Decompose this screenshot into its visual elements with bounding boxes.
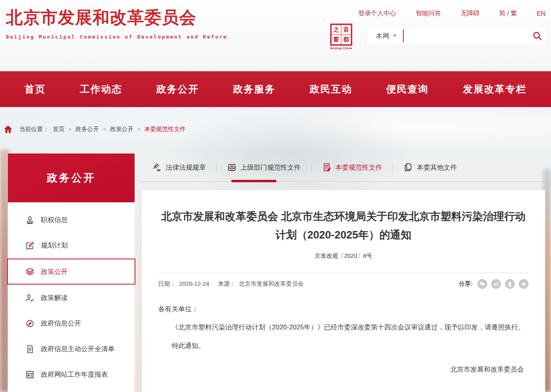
tab-commission-other-docs[interactable]: 本委其他文件	[393, 163, 468, 172]
article-panel: 北京市发展和改革委员会 北京市生态环境局关于印发北京市塑料污染治理行动计划（20…	[142, 190, 545, 392]
sidebar-item-label: 政策解读	[41, 293, 68, 302]
main-navigation: 首页 工作动态 政务公开 政务服务 政民互动 便民查询 发展改革专栏	[0, 71, 551, 107]
seal-box: 之 首 窗 都	[330, 24, 352, 46]
layers-icon	[25, 267, 35, 276]
sidebar-item-label: 政府网站工作年度报表	[41, 370, 108, 379]
tab-laws-regulations[interactable]: 法律法规规章	[153, 163, 216, 172]
sidebar-item-label: 政府信息主动公开全清单	[41, 344, 115, 353]
article-paragraph: 《北京市塑料污染治理行动计划（2020-2025年）》已经市委深改委第十四次会议…	[158, 320, 529, 335]
nav-item-gov-disclosure[interactable]: 政务公开	[156, 83, 199, 96]
document-number: 京发改规〔2020〕8号	[158, 252, 529, 260]
breadcrumb-separator: >	[68, 126, 72, 132]
report-icon	[25, 370, 35, 379]
sidebar-item-proactive-disclosure-list[interactable]: 政府信息主动公开全清单	[8, 336, 135, 362]
share-favorite-button[interactable]	[519, 279, 529, 289]
files-icon	[404, 163, 412, 172]
search-input[interactable]	[404, 26, 528, 45]
site-title: 北京市发展和改革委员会	[6, 6, 227, 29]
active-tab-indicator	[231, 180, 276, 182]
home-icon	[4, 126, 12, 133]
star-icon	[521, 281, 527, 287]
seal-char: 之	[331, 25, 341, 35]
breadcrumb-home[interactable]: 首页	[53, 126, 65, 133]
page: 北京市发展和改革委员会 Beijing Municipal Commission…	[0, 0, 551, 392]
breadcrumb-gov-disclosure[interactable]: 政务公开	[76, 126, 99, 133]
seal-char: 窗	[331, 35, 341, 44]
breadcrumb: 当前位置： 首页 > 政务公开 > 政策公开 > 本委规范性文件	[4, 126, 186, 133]
site-logo[interactable]: 北京市发展和改革委员会 Beijing Municipal Commission…	[6, 6, 227, 40]
article-greeting: 各有关单位：	[158, 302, 529, 317]
tab-label: 上级部门规范性文件	[240, 163, 301, 172]
site-search-bar: 本网	[366, 26, 547, 46]
tab-label: 法律法规规章	[166, 163, 206, 172]
content-tabs: 法律法规规章 上级部门规范性文件 本委规范性文件	[153, 160, 468, 175]
sidebar-title: 政务公开	[8, 153, 135, 202]
wechat-icon	[479, 281, 485, 287]
share-qq-button[interactable]	[505, 279, 515, 289]
smart-qa-link[interactable]: 智能问答	[416, 9, 441, 18]
article-meta-left: 日期：2020-12-24 来源：北京市发展和改革委员会	[158, 280, 304, 288]
article-body: 各有关单位： 《北京市塑料污染治理行动计划（2020-2025年）》已经市委深改…	[158, 302, 529, 377]
sidebar-item-gov-info-disclosure[interactable]: 政府信息公开	[8, 311, 135, 336]
nav-item-public-interaction[interactable]: 政民互动	[310, 83, 352, 96]
share-wechat-button[interactable]	[477, 279, 487, 289]
doc-pen-icon	[322, 163, 331, 172]
nav-item-convenient-query[interactable]: 便民查询	[386, 83, 429, 96]
tab-superior-normative-docs[interactable]: 上级部门规范性文件	[217, 163, 311, 172]
sidebar-item-policy-interpretation[interactable]: 政策解读	[8, 285, 135, 311]
article-meta: 日期：2020-12-24 来源：北京市发展和改革委员会 分享:	[158, 279, 529, 289]
meta-divider	[158, 273, 529, 273]
header-utility-links: 登录个人中心 智能问答 无障碍 简 / 繁 EN	[358, 9, 545, 18]
inbox-icon	[227, 163, 236, 172]
tabs-rule	[139, 181, 551, 182]
qq-icon	[507, 281, 513, 287]
article-paragraph: 特此通知。	[158, 339, 529, 353]
share-bar: 分享:	[459, 279, 529, 289]
nav-item-work-trends[interactable]: 工作动态	[80, 83, 122, 96]
simplified-traditional-toggle[interactable]: 简 / 繁	[499, 9, 517, 18]
chevron-down-icon	[393, 35, 397, 37]
sidebar-item-policy-disclosure[interactable]: 政策公开	[7, 259, 135, 285]
breadcrumb-separator: >	[137, 126, 141, 132]
tab-label: 本委其他文件	[417, 163, 457, 172]
article-signature: 北京市发展和改革委员会	[158, 362, 529, 377]
source-label: 来源：	[218, 280, 236, 288]
accessibility-link[interactable]: 无障碍	[460, 9, 479, 18]
login-personal-center-link[interactable]: 登录个人中心	[358, 9, 396, 18]
edit-icon	[25, 241, 35, 250]
site-subtitle-en: Beijing Municipal Commission of Developm…	[6, 34, 227, 40]
breadcrumb-current: 本委规范性文件	[144, 126, 186, 133]
breadcrumb-separator: >	[103, 126, 106, 132]
search-scope-selector[interactable]: 本网	[366, 31, 403, 41]
compass-icon	[25, 319, 35, 328]
sidebar-item-label: 职权信息	[41, 215, 68, 224]
article-date: 2020-12-24	[179, 280, 209, 288]
sidebar-item-planning[interactable]: 规划计划	[8, 233, 135, 258]
document-icon	[25, 344, 35, 354]
date-label: 日期：	[158, 280, 176, 288]
beijing-china-seal-logo[interactable]: 之 首 窗 都 Beijing-China	[329, 24, 353, 50]
sidebar-item-decision-catalog[interactable]: 决策目录	[8, 387, 135, 392]
article-source: 北京市发展和改革委员会	[239, 280, 304, 288]
sidebar-item-authority-info[interactable]: 职权信息	[8, 207, 135, 233]
seal-caption: Beijing-China	[329, 46, 353, 50]
stamp-icon	[25, 215, 35, 225]
sidebar-menu: 职权信息 规划计划 政策公开	[8, 202, 135, 392]
sidebar-item-label: 规划计划	[41, 241, 68, 250]
sidebar: 政务公开 职权信息 规划计划	[8, 153, 135, 392]
sidebar-item-label: 政策公开	[41, 267, 68, 276]
breadcrumb-prefix: 当前位置：	[19, 126, 49, 133]
background-temple-photo	[165, 102, 417, 193]
nav-item-home[interactable]: 首页	[24, 83, 46, 96]
nav-item-gov-services[interactable]: 政务服务	[233, 83, 276, 96]
share-weibo-button[interactable]	[491, 279, 501, 289]
breadcrumb-policy-disclosure[interactable]: 政策公开	[110, 126, 133, 133]
tab-commission-normative-docs[interactable]: 本委规范性文件	[312, 163, 393, 172]
nav-item-reform-special[interactable]: 发展改革专栏	[463, 83, 527, 96]
english-link[interactable]: EN	[537, 10, 545, 17]
gavel-icon	[153, 163, 161, 172]
sidebar-item-website-annual-report[interactable]: 政府网站工作年度报表	[8, 362, 135, 387]
search-button[interactable]	[528, 31, 547, 41]
share-label: 分享:	[459, 280, 473, 288]
search-icon	[532, 31, 542, 41]
